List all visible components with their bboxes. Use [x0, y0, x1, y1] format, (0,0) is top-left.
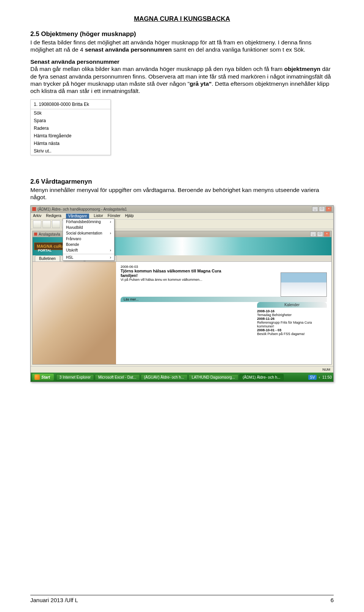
maximize-icon[interactable]: □	[317, 231, 323, 237]
news-thumbnail	[281, 272, 327, 297]
menu-hjalp[interactable]: Hjälp	[125, 214, 134, 219]
minimize-icon[interactable]: _	[310, 231, 316, 237]
toolbar-button[interactable]	[33, 220, 41, 228]
context-menu-figure: 1. 19080808-0000 Britta Ek Sök Spara Rad…	[30, 99, 111, 155]
section-2-6-title: 2.6 Vårdtagarmenyn	[30, 178, 334, 186]
calendar-body: 2008-10-16Temadag Behörigheter 2008-11-2…	[256, 308, 327, 337]
statusbar: NUM	[31, 366, 333, 373]
system-tray: SV ‹ 11:50	[308, 375, 332, 380]
menu-fonster[interactable]: Fönster	[108, 214, 121, 219]
titlebar: (ÅDM1) Äldre- och handikappomsorg - Ansl…	[31, 206, 333, 213]
dropdown-item[interactable]: Frånvaro	[63, 236, 114, 242]
dropdown-item[interactable]: Förhandsbedömning	[63, 219, 114, 225]
dropdown-item[interactable]: Boende	[63, 242, 114, 247]
page-number: 6	[331, 597, 334, 603]
menu-redigera[interactable]: Redigera	[46, 214, 61, 219]
taskbar-item[interactable]: (ÅDM1) Äldre- och h...	[239, 374, 284, 381]
menu-arkiv[interactable]: Arkiv	[33, 214, 41, 219]
taskbar-item[interactable]: Microsoft Excel - Dat...	[95, 374, 140, 381]
toolbar-button[interactable]	[52, 220, 60, 228]
dropdown-item[interactable]: HSL	[63, 254, 114, 260]
window-title: (ÅDM1) Äldre- och handikappomsorg - Ansl…	[38, 207, 127, 211]
app-screenshot: (ÅDM1) Äldre- och handikappomsorg - Ansl…	[30, 205, 334, 382]
inner-window-title: Anslagstavla	[39, 232, 60, 236]
maximize-icon[interactable]: □	[319, 206, 325, 212]
menu-vardtagare[interactable]: Vårdtagare	[66, 214, 89, 219]
vardtagare-dropdown: Förhandsbedömning Huvudbild Social dokum…	[63, 219, 115, 261]
dropdown-item[interactable]: Huvudbild	[63, 225, 114, 230]
context-menu-top: 1. 19080808-0000 Britta Ek	[31, 100, 110, 109]
page-header: MAGNA CURA I KUNGSBACKA	[30, 15, 334, 23]
minimize-icon[interactable]: _	[312, 206, 318, 212]
section-2-5-title: 2.5 Objektmeny (höger musknapp)	[30, 30, 334, 38]
paragraph: Menyn innehåller menyval för uppgifter o…	[30, 186, 334, 201]
context-menu-item: Hämta nästa	[31, 140, 110, 147]
taskbar-item[interactable]: (ÄGUAV) Äldre- och h...	[141, 374, 188, 381]
start-button[interactable]: Start	[32, 374, 54, 381]
footer-left: Januari 2013 /Ulf L	[30, 597, 78, 603]
tray-icon[interactable]: ‹	[319, 375, 320, 379]
clock: 11:50	[322, 375, 332, 379]
app-icon	[32, 207, 36, 211]
page-footer: Januari 2013 /Ulf L 6	[30, 595, 334, 603]
context-menu-item: Hämta föregående	[31, 132, 110, 140]
context-menu-item: Sök	[31, 109, 110, 117]
toolbar-button[interactable]	[42, 220, 51, 228]
calendar-header: Kalender	[257, 302, 327, 308]
language-indicator[interactable]: SV	[308, 375, 316, 380]
decorative-hands-image	[33, 262, 116, 364]
news-body: Vi på Pulsen vill hälsa ännu en kommun v…	[121, 278, 234, 282]
context-menu-item: Spara	[31, 117, 110, 124]
context-menu-item: Skriv ut..	[31, 147, 110, 155]
menu-listor[interactable]: Listor	[94, 214, 103, 219]
news-item: 2008-06-03 Tjörns kommun hälsas välkomme…	[121, 265, 234, 282]
tab-bulletinen[interactable]: Bulletinen	[35, 255, 60, 261]
paragraph: I de flesta bilder finns det möjlighet a…	[30, 39, 334, 53]
dropdown-item[interactable]: Social dokumentation	[63, 230, 114, 236]
subheading: Senast använda personnummer	[30, 58, 119, 65]
close-icon[interactable]: ×	[324, 231, 330, 237]
content-area: 2008-06-03 Tjörns kommun hälsas välkomme…	[33, 262, 331, 364]
taskbar-item[interactable]: 3 Internet Explorer	[56, 374, 94, 381]
news-date: 2008-06-03	[121, 265, 234, 269]
paragraph: Senast använda personnummer Då man går m…	[30, 58, 334, 95]
news-headline: Tjörns kommun hälsas välkommen till Magn…	[121, 269, 234, 278]
windows-taskbar: Start 3 Internet Explorer Microsoft Exce…	[31, 373, 333, 382]
dropdown-item[interactable]: Utskrift	[63, 247, 114, 253]
inner-app-icon	[34, 233, 37, 236]
read-more-link[interactable]: Läs mer...	[121, 297, 327, 302]
status-num: NUM	[323, 368, 331, 371]
taskbar-item[interactable]: LATHUND Dagsomsorg...	[188, 374, 238, 381]
portal-label: PORTAL	[38, 249, 52, 252]
close-icon[interactable]: ×	[326, 206, 332, 212]
context-menu-item: Radera	[31, 124, 110, 132]
